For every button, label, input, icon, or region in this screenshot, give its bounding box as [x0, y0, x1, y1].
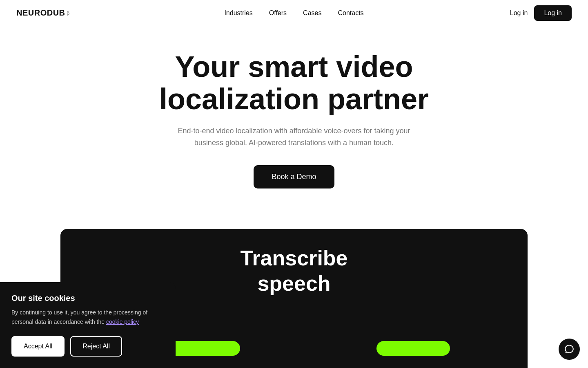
- hero-subtitle: End-to-end video localization with affor…: [176, 125, 412, 149]
- cookie-buttons: Accept All Reject All: [11, 336, 164, 357]
- hero-section: Your smart video localization partner En…: [0, 26, 588, 188]
- logo[interactable]: NEURODUBβ: [16, 8, 69, 18]
- logo-beta: β: [67, 10, 70, 16]
- nav-right: Log in Log in: [510, 5, 572, 21]
- cookie-description: By continuing to use it, you agree to th…: [11, 308, 164, 326]
- nav-offers[interactable]: Offers: [269, 9, 287, 17]
- chat-icon: [564, 344, 575, 355]
- reject-all-button[interactable]: Reject All: [70, 336, 122, 357]
- nav-industries[interactable]: Industries: [224, 9, 252, 17]
- accept-all-button[interactable]: Accept All: [11, 336, 65, 357]
- cookie-title: Our site cookies: [11, 294, 164, 303]
- preview-decoration-1: [167, 341, 240, 356]
- cookie-banner: Our site cookies By continuing to use it…: [0, 282, 176, 368]
- cookie-policy-link[interactable]: cookie policy: [106, 319, 139, 325]
- nav-links: Industries Offers Cases Contacts: [224, 9, 363, 17]
- nav-cases[interactable]: Cases: [303, 9, 321, 17]
- preview-title: Transcribespeech: [240, 245, 347, 296]
- chat-support-button[interactable]: [559, 339, 580, 360]
- login-button[interactable]: Log in: [534, 5, 572, 21]
- book-demo-button[interactable]: Book a Demo: [254, 165, 334, 188]
- nav-login-text[interactable]: Log in: [510, 9, 528, 17]
- navbar: NEURODUBβ Industries Offers Cases Contac…: [0, 0, 588, 26]
- preview-decoration-2: [376, 341, 450, 356]
- logo-text: NEURODUB: [16, 8, 65, 18]
- hero-title: Your smart video localization partner: [151, 51, 437, 115]
- nav-contacts[interactable]: Contacts: [338, 9, 363, 17]
